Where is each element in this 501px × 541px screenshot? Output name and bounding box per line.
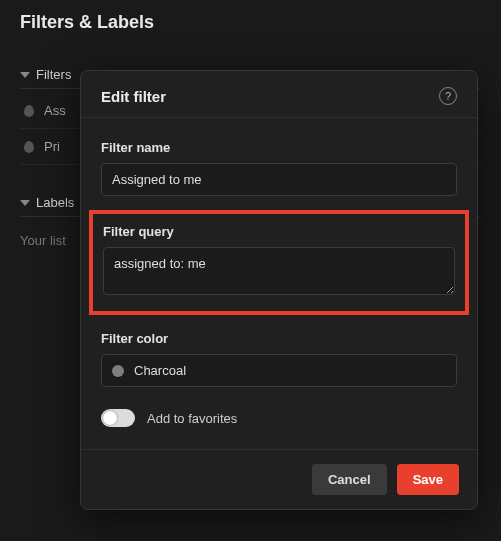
dialog-title: Edit filter xyxy=(101,88,166,105)
page-title: Filters & Labels xyxy=(20,12,481,33)
filter-color-select[interactable]: Charcoal xyxy=(101,354,457,387)
filter-name-input[interactable] xyxy=(101,163,457,196)
filter-query-label: Filter query xyxy=(103,224,455,239)
chevron-down-icon xyxy=(20,72,30,78)
edit-filter-dialog: Edit filter ? Filter name Filter query F… xyxy=(80,70,478,510)
filter-drop-icon xyxy=(24,141,34,153)
save-button[interactable]: Save xyxy=(397,464,459,495)
list-item-label: Pri xyxy=(44,139,60,154)
help-icon[interactable]: ? xyxy=(439,87,457,105)
filters-section-label: Filters xyxy=(36,67,71,82)
filter-color-value: Charcoal xyxy=(134,363,186,378)
chevron-down-icon xyxy=(20,200,30,206)
filter-color-label: Filter color xyxy=(101,331,457,346)
filter-drop-icon xyxy=(24,105,34,117)
add-to-favorites-toggle[interactable] xyxy=(101,409,135,427)
filter-name-label: Filter name xyxy=(101,140,457,155)
color-swatch-icon xyxy=(112,365,124,377)
filter-query-highlight: Filter query xyxy=(89,210,469,315)
toggle-knob-icon xyxy=(103,411,117,425)
add-to-favorites-label: Add to favorites xyxy=(147,411,237,426)
list-item-label: Ass xyxy=(44,103,66,118)
filter-query-input[interactable] xyxy=(103,247,455,295)
cancel-button[interactable]: Cancel xyxy=(312,464,387,495)
labels-section-label: Labels xyxy=(36,195,74,210)
